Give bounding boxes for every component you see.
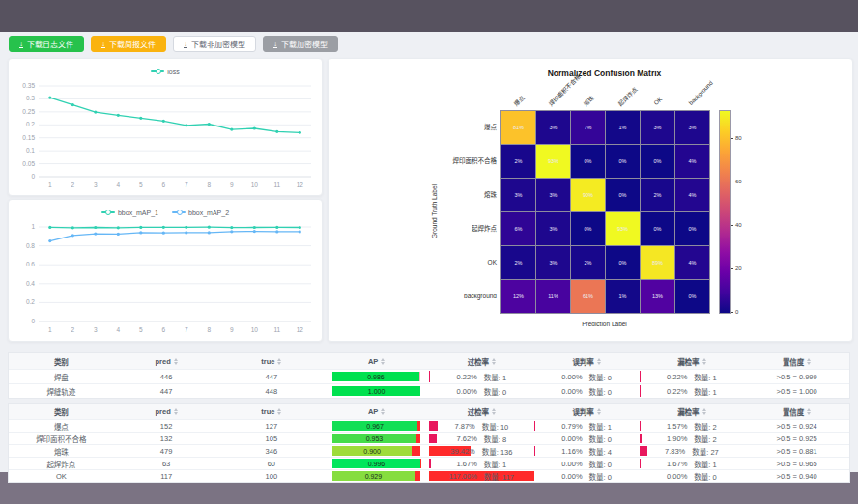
col-label: 类别 [54,406,69,417]
col-conf[interactable]: 置信度 [744,356,849,367]
sort-icon[interactable] [381,408,385,415]
svg-text:0.25: 0.25 [22,108,35,115]
cell-confidence: >0.5 = 1.000 [744,387,849,396]
cell-class: 起焊炸点 [9,459,114,469]
svg-text:0.05: 0.05 [22,160,35,167]
sort-icon[interactable] [492,408,496,415]
ap-bar: 0.967 [332,421,420,431]
sort-icon[interactable] [174,358,178,365]
cell-confidence: >0.5 = 0.965 [744,460,849,468]
cell-class: 焊印面积不合格 [9,434,114,444]
chart-svg: 00.20.40.60.81123456789101112 [10,221,321,339]
svg-text:0.2: 0.2 [26,298,35,305]
cm-cell: 13% [641,280,674,313]
cm-cell: 89% [641,246,674,279]
col-true[interactable]: true [219,407,325,416]
cm-row-label: 爆点 [348,110,501,143]
svg-text:5: 5 [139,326,143,333]
col-pred[interactable]: pred [114,357,219,366]
col-true[interactable]: true [219,357,325,366]
cell-over: 0.00%数量: 0 [429,384,534,398]
sort-icon[interactable] [597,358,601,365]
cm-cell: 0% [571,212,605,245]
dashboard-page: ↓ 下载日志文件 ↓ 下载简报文件 ↓ 下载非加密模型 ↓ 下载加密模型 los… [0,0,858,504]
rate-percent: 1.90% [667,434,687,443]
cell-mis: 0.79%数量: 1 [534,420,640,432]
table-row: 起焊炸点 63 60 0.996 1.67%数量: 10.00%数量: 01.6… [9,457,849,469]
cm-row-label: 起焊炸点 [348,211,501,244]
svg-text:0.1: 0.1 [26,147,35,154]
sort-icon[interactable] [174,408,178,415]
sort-icon[interactable] [702,408,706,415]
cm-row-label: OK [348,245,501,278]
rate-count: 数量: 2 [694,421,716,432]
button-label: 下载非加密模型 [191,39,245,49]
cell-true: 447 [219,373,325,381]
col-ap[interactable]: AP [324,407,429,416]
cell-true: 127 [219,422,325,431]
cm-row-label: 焊印面积不合格 [348,144,501,177]
rate-percent: 0.00% [561,387,582,396]
sort-icon[interactable] [807,408,811,415]
download-log-file-button[interactable]: ↓ 下载日志文件 [9,36,84,52]
col-label: pred [155,407,170,416]
rate-count: 数量: 0 [484,386,506,397]
sort-icon[interactable] [807,358,811,365]
sort-icon[interactable] [492,358,496,365]
col-ap[interactable]: AP [324,357,429,366]
rate-percent: 117.00% [449,472,477,481]
cm-cell: 3% [536,212,570,245]
download-report-file-button[interactable]: ↓ 下载简报文件 [91,36,166,52]
legend-item-loss[interactable]: loss [151,69,179,75]
loss-chart-card: loss 00.050.10.150.20.250.30.35123456789… [8,58,323,196]
svg-text:2: 2 [71,326,74,333]
col-pred[interactable]: pred [114,407,219,416]
col-mis[interactable]: 误判率 [534,406,640,417]
cm-cell: 3% [641,111,674,144]
sort-icon[interactable] [277,358,281,365]
svg-text:9: 9 [230,326,234,333]
legend-item-bbox_mAP_2[interactable]: bbox_mAP_2 [172,210,229,216]
cell-class: 焊盘 [9,372,114,382]
col-conf[interactable]: 置信度 [744,406,849,417]
sort-icon[interactable] [597,408,601,415]
svg-text:9: 9 [230,182,234,188]
sort-icon[interactable] [277,408,281,415]
col-over[interactable]: 过检率 [429,406,534,417]
cell-confidence: >0.5 = 0.924 [744,422,849,431]
svg-text:6: 6 [161,182,165,188]
cell-miss: 7.83%数量: 27 [640,445,745,457]
table-header: 类别 pred true AP 过检率 误判率 漏检率 置信度 [9,404,849,419]
download-icon: ↓ [273,41,277,48]
cm-cell: 3% [675,111,709,144]
col-mis[interactable]: 误判率 [534,356,640,367]
download-plain-model-button[interactable]: ↓ 下载非加密模型 [173,36,256,52]
legend-label: bbox_mAP_1 [118,210,158,216]
legend-item-bbox_mAP_1[interactable]: bbox_mAP_1 [101,210,158,216]
download-encrypted-model-button[interactable]: ↓ 下载加密模型 [263,36,338,52]
cell-mis: 0.00%数量: 0 [534,458,640,469]
cm-cell: 3% [536,111,570,144]
col-over[interactable]: 过检率 [429,356,534,367]
cm-col-label: background [687,79,714,106]
col-label: AP [368,357,378,366]
col-miss[interactable]: 漏检率 [640,356,745,367]
col-label: 置信度 [783,356,805,367]
rate-count: 数量: 0 [589,372,612,382]
col-label: 误判率 [572,356,594,367]
cell-true: 100 [219,472,325,481]
confusion-matrix-xlabel: Prediction Label [500,321,708,327]
col-miss[interactable]: 漏检率 [640,406,745,417]
sort-icon[interactable] [381,358,385,365]
cell-class: 爆点 [9,421,114,432]
svg-text:7: 7 [185,182,188,188]
svg-text:1: 1 [31,223,35,230]
sort-icon[interactable] [702,358,706,365]
cm-col-label: 起焊炸点 [616,85,640,108]
rate-count: 数量: 1 [694,386,716,397]
rate-percent: 1.57% [667,422,687,431]
cell-confidence: >0.5 = 0.925 [744,434,849,443]
colorbar-tick-label: 40 [735,222,742,228]
cm-cell: 12% [501,280,535,313]
rate-percent: 0.00% [561,460,582,468]
